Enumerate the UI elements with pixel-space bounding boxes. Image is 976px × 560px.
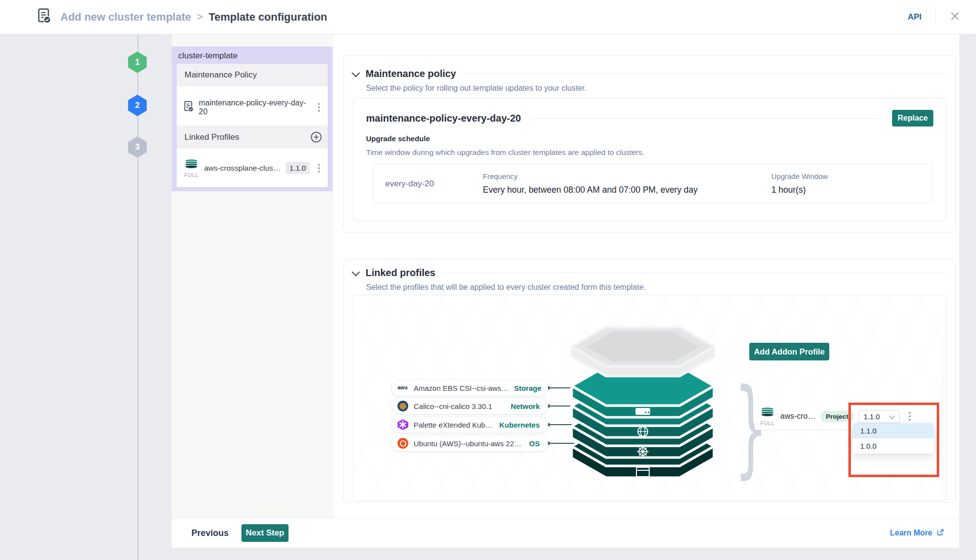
header-divider [935,11,936,24]
breadcrumb-parent: Add new cluster template [60,11,191,24]
pack-name: Ubuntu (AWS)--ubuntu-aws 22… [414,439,522,448]
wizard-footer: Previous Next Step Learn More [172,518,959,548]
upgrade-schedule-title: Upgrade schedule [366,134,933,143]
upgrade-window-label: Upgrade Window [771,172,828,180]
document-check-icon [184,101,194,115]
tree-root-label: cluster-template [178,51,237,61]
kebab-menu-icon[interactable] [316,101,322,114]
aws-icon: aws [397,382,408,393]
ubuntu-icon [397,438,408,449]
pack-row-kubernetes: Palette eXtended Kub… Kubernetes [391,416,548,433]
frequency-value: Every hour, between 08:00 AM and 07:00 P… [483,185,771,195]
external-link-icon [936,528,945,538]
linked-profile-tree-item[interactable]: FULL aws-crossplane-clus… 1.1.0 [177,149,328,187]
policy-name: maintenance-policy-every-day-20 [366,113,521,124]
learn-more-link[interactable]: Learn More [890,528,945,538]
section-title: Maintenance policy [366,68,456,79]
section-subtitle: Select the profiles that will be applied… [366,283,646,292]
profile-scope: FULL [184,158,199,178]
breadcrumb-current: Template configuration [209,11,327,24]
next-step-button[interactable]: Next Step [241,524,289,542]
chevron-down-icon[interactable] [352,268,360,276]
scope-label: FULL [185,172,199,178]
tree-card-header: Maintenance Policy [177,64,328,86]
pack-name: Amazon EBS CSI--csi-aws… [414,384,508,392]
linked-profiles-section: Linked profiles Select the profiles that… [343,259,956,503]
add-cluster-template-wizard: Add new cluster template > Template conf… [0,0,976,560]
wizard-steps-sidebar [0,34,139,560]
api-link[interactable]: API [908,12,922,22]
pack-layer-label: Storage [514,384,541,392]
pack-layer-label: OS [529,439,540,448]
pack-name: Palette eXtended Kub… [414,421,493,429]
replace-button[interactable]: Replace [892,110,933,127]
tree-card-header: Linked Profiles [177,126,328,149]
profile-stack-icon [760,407,775,419]
schedule-name: every-day-20 [373,179,483,189]
learn-more-label: Learn More [890,529,932,537]
profile-scope: FULL [760,407,775,426]
upgrade-schedule-subtitle: Time window during which upgrades from c… [366,148,933,157]
header: Add new cluster template > Template conf… [0,0,976,34]
upgrade-window-value: 1 hour(s) [771,185,828,195]
tree-card-header-label: Maintenance Policy [185,70,257,80]
section-title: Linked profiles [366,267,435,279]
pack-row-os: Ubuntu (AWS)--ubuntu-aws 22… OS [391,435,548,452]
tree-item-label: aws-crossplane-clus… [204,164,281,173]
section-rule [464,74,948,74]
pack-row-storage: aws Amazon EBS CSI--csi-aws… Storage [391,380,548,396]
linked-profiles-tree-card: Linked Profiles [177,126,328,187]
pack-layer-label: Network [511,402,540,410]
pack-layer-label: Kubernetes [499,421,540,429]
breadcrumb-separator: > [197,11,203,23]
previous-button[interactable]: Previous [188,528,232,539]
addon-profile-name: aws-cro… [780,412,816,421]
close-icon[interactable] [950,11,960,24]
hexagon-stack-graphic [569,320,716,486]
step-number: 1 [135,57,139,67]
pack-row-network: Calico--cni-calico 3.30.1 Network [391,398,548,414]
version-badge: 1.1.0 [286,162,310,174]
add-addon-profile-button[interactable]: Add Addon Profile [749,343,829,360]
maintenance-policy-section: Maintenance policy Select the policy for… [343,55,956,232]
scope-label: FULL [761,420,775,426]
addon-panel-border [942,338,943,500]
maintenance-policy-card: maintenance-policy-every-day-20 Replace … [353,98,947,221]
tree-card-header-label: Linked Profiles [185,132,239,142]
kebab-menu-icon[interactable] [316,162,322,175]
section-subtitle: Select the policy for rolling out templa… [366,84,586,93]
annotation-highlight [848,403,939,477]
cluster-template-tree-panel: cluster-template Maintenance Policy mai [172,47,333,191]
frequency-label: Frequency [483,172,771,180]
profile-visualization-card: aws Amazon EBS CSI--csi-aws… Storage Cal… [353,295,947,501]
tree-item-label: maintenance-policy-every-day-20 [199,99,311,116]
schedule-row: every-day-20 Frequency Every hour, betwe… [373,164,932,204]
pack-name: Calico--cni-calico 3.30.1 [414,402,492,410]
section-rule [443,273,948,273]
chevron-down-icon[interactable] [352,69,360,77]
profile-stack-icon [184,158,199,171]
add-profile-plus-icon[interactable] [311,131,322,143]
palette-icon [397,419,408,430]
calico-icon [397,401,408,411]
policy-rule [529,118,884,119]
maintenance-policy-tree-card: Maintenance Policy maintenance-policy-ev… [177,64,328,128]
template-doc-check-icon [37,8,52,26]
step-number: 2 [135,101,139,110]
maintenance-policy-tree-item[interactable]: maintenance-policy-every-day-20 [177,86,328,128]
step-number: 3 [135,142,139,152]
